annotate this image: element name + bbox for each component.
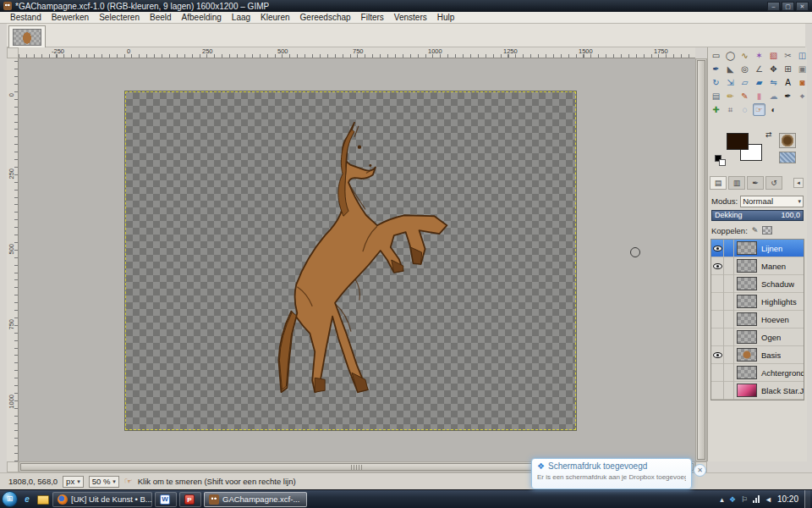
layer-row-lijnen[interactable]: Lijnen (711, 240, 804, 257)
tool-clone-icon[interactable]: ⌖ (796, 90, 809, 102)
layer-row-black-star-jpg[interactable]: Black Star.JPG (711, 382, 804, 400)
layer-link-cell[interactable] (724, 275, 734, 293)
taskbar-clock[interactable]: 10:20 (777, 494, 798, 504)
tool-align-icon[interactable]: ⊞ (782, 63, 794, 75)
dock-menu-icon[interactable]: ◂ (793, 178, 804, 188)
vertical-scrollbar[interactable] (695, 58, 707, 461)
menu-item-filters[interactable]: Filters (356, 12, 389, 24)
menu-item-bestand[interactable]: Bestand (5, 12, 47, 24)
mode-dropdown[interactable]: Normaal ▾ (740, 196, 804, 207)
menu-item-hulp[interactable]: Hulp (432, 12, 460, 24)
tool-scale-icon[interactable]: ⇲ (724, 76, 737, 89)
tool-ink-icon[interactable]: ✒ (782, 90, 794, 102)
opacity-slider[interactable]: Dekking 100,0 (711, 210, 804, 221)
network-icon[interactable] (753, 495, 760, 503)
layer-row-basis[interactable]: Basis (711, 346, 804, 364)
horizontal-ruler[interactable]: -25002505007501000125015001750 (19, 47, 695, 58)
hidden-icons-chevron[interactable]: ▴ (720, 495, 724, 504)
layer-visibility-toggle[interactable] (711, 364, 724, 382)
layer-visibility-toggle[interactable] (711, 329, 724, 346)
tool-rotate-icon[interactable]: ↻ (710, 76, 722, 89)
start-button[interactable]: ⊞ (2, 491, 18, 507)
foreground-color-swatch[interactable] (727, 133, 749, 150)
active-pattern-indicator[interactable] (779, 152, 796, 163)
vertical-scrollbar-thumb[interactable] (697, 60, 705, 460)
tool-rect-select-icon[interactable]: ▭ (710, 49, 722, 62)
tool-pencil-icon[interactable]: ✏ (724, 90, 737, 102)
default-colors-bg-icon[interactable] (719, 159, 726, 166)
notification-close-button[interactable]: ✕ (694, 464, 706, 477)
quick-mask-button[interactable] (7, 461, 19, 472)
zoom-dropdown[interactable]: 50 % ▾ (89, 476, 119, 488)
layer-link-cell[interactable] (724, 240, 734, 257)
tool-bucket-fill-icon[interactable]: ◙ (796, 76, 809, 89)
menu-item-beeld[interactable]: Beeld (145, 12, 177, 24)
lock-pixels-icon[interactable]: ✎ (752, 226, 759, 235)
tool-dodge-burn-icon[interactable]: ◐ (767, 103, 780, 116)
menu-item-vensters[interactable]: Vensters (389, 12, 432, 24)
unit-dropdown[interactable]: px ▾ (63, 476, 84, 488)
vertical-ruler[interactable]: 02505007501000 (7, 58, 19, 461)
layer-visibility-toggle[interactable] (711, 293, 724, 311)
taskbar-button-browser[interactable]: [UK] Uit de Kunst • B... (52, 492, 152, 507)
dock-tab-history[interactable]: ↺ (765, 176, 782, 190)
tool-flip-icon[interactable]: ⇋ (767, 76, 780, 89)
lock-alpha-icon[interactable] (762, 226, 772, 235)
maximize-button[interactable]: ▢ (782, 2, 794, 11)
layer-visibility-toggle[interactable] (711, 382, 724, 400)
layer-visibility-toggle[interactable] (711, 311, 724, 329)
layer-link-cell[interactable] (724, 311, 734, 329)
taskbar-button-gimp[interactable]: GAChampagne.xcf-... (204, 492, 307, 507)
dock-tab-channels[interactable]: ▥ (728, 176, 745, 190)
layer-row-manen[interactable]: Manen (711, 257, 804, 275)
tool-airbrush-icon[interactable]: ☁ (767, 90, 780, 102)
tool-smudge-icon[interactable]: ☞ (753, 103, 765, 116)
tool-paintbrush-icon[interactable]: ✎ (738, 90, 751, 102)
image-tab[interactable] (8, 25, 46, 47)
layer-link-cell[interactable] (724, 364, 734, 382)
tool-select-by-color-icon[interactable]: ▧ (767, 49, 780, 62)
tool-foreground-select-icon[interactable]: ◫ (796, 49, 809, 62)
taskbar-button-red-app[interactable]: P (179, 492, 201, 507)
layer-visibility-toggle[interactable] (711, 240, 724, 257)
tool-perspective-icon[interactable]: ▰ (753, 76, 765, 89)
tool-text-icon[interactable]: A (782, 76, 794, 89)
layer-row-achtergrond[interactable]: Achtergrond (711, 364, 804, 382)
layer-link-cell[interactable] (724, 329, 734, 346)
dropbox-notification[interactable]: ❖Schermafdruk toegevoegdEr is een scherm… (531, 458, 692, 489)
layer-link-cell[interactable] (724, 382, 734, 400)
layer-row-schaduw[interactable]: Schaduw (711, 275, 804, 293)
tool-scissors-select-icon[interactable]: ✂ (782, 49, 794, 62)
tool-eraser-icon[interactable]: ▮ (753, 90, 765, 102)
volume-icon[interactable]: ◄ (765, 495, 772, 504)
tool-perspective-clone-icon[interactable]: ⌗ (724, 103, 737, 116)
layer-row-highlights[interactable]: Highlights (711, 293, 804, 311)
tool-crop-icon[interactable]: ▣ (796, 63, 809, 75)
tool-paths-icon[interactable]: ✒ (710, 63, 722, 75)
layer-visibility-toggle[interactable] (711, 275, 724, 293)
tool-fuzzy-select-icon[interactable]: ✶ (753, 49, 765, 62)
swap-colors-icon[interactable]: ⇄ (765, 130, 772, 139)
tool-color-picker-icon[interactable]: ◣ (724, 63, 737, 75)
show-desktop-button[interactable] (804, 490, 810, 508)
minimize-button[interactable]: – (767, 2, 780, 11)
layer-row-hoeven[interactable]: Hoeven (711, 311, 804, 329)
layer-visibility-toggle[interactable] (711, 257, 724, 275)
tool-zoom-icon[interactable]: ◎ (738, 63, 751, 75)
layer-link-cell[interactable] (724, 293, 734, 311)
tool-ellipse-select-icon[interactable]: ◯ (724, 49, 737, 62)
menu-item-selecteren[interactable]: Selecteren (94, 12, 145, 24)
active-brush-indicator[interactable] (779, 133, 796, 148)
tool-measure-icon[interactable]: ∠ (753, 63, 765, 75)
layer-link-cell[interactable] (724, 346, 734, 364)
layer-link-cell[interactable] (724, 257, 734, 275)
menu-item-afbeelding[interactable]: Afbeelding (177, 12, 227, 24)
layer-row-ogen[interactable]: Ogen (711, 329, 804, 346)
ruler-corner[interactable] (7, 47, 19, 58)
menu-item-laag[interactable]: Laag (227, 12, 255, 24)
tool-gradient-icon[interactable]: ▤ (710, 90, 722, 102)
tool-blur-sharpen-icon[interactable]: ◌ (738, 103, 751, 116)
explorer-folder-icon[interactable] (36, 493, 50, 506)
tool-heal-icon[interactable]: ✚ (710, 103, 722, 116)
layer-visibility-toggle[interactable] (711, 346, 724, 364)
